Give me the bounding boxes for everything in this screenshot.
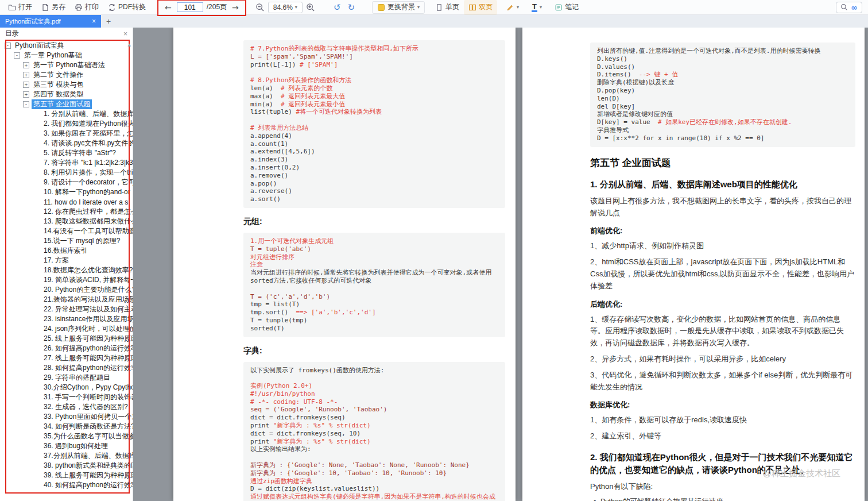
tab-close-icon[interactable]: × (92, 17, 96, 25)
toc-item[interactable]: 17. 方案 (0, 256, 133, 265)
tree-expander-icon[interactable] (33, 238, 40, 244)
tree-expander-icon[interactable] (33, 472, 40, 479)
toc-item[interactable]: 32. 生成器，迭代器的区别? (0, 402, 133, 412)
tree-expander-icon[interactable] (33, 111, 40, 117)
document-tab[interactable]: Python面试宝典.pdf × (0, 15, 101, 28)
toc-item[interactable]: 15.说一下 mysql 的原理? (0, 236, 133, 246)
tree-expander-icon[interactable] (33, 394, 40, 400)
tree-expander-icon[interactable] (33, 209, 40, 215)
toc-item[interactable]: 36. 遇到bug如何处理 (0, 441, 133, 451)
tree-expander-icon[interactable] (33, 179, 40, 186)
tree-expander-icon[interactable] (33, 189, 40, 195)
document-viewport[interactable]: # 7.Python的列表的截取与字符串操作类型相同,如下所示L = ['spa… (133, 28, 868, 501)
toc-item[interactable]: - Python面试宝典 (0, 41, 133, 51)
tree-expander-icon[interactable] (33, 433, 40, 440)
tree-expander-icon[interactable]: - (14, 52, 20, 59)
tree-expander-icon[interactable] (33, 277, 40, 283)
previous-page-button[interactable]: ← (163, 3, 173, 12)
zoom-level-dropdown[interactable]: 84.6% ▾ (268, 2, 303, 13)
toc-item[interactable]: 21.装饰器的写法以及应用场景 (0, 295, 133, 305)
tree-expander-icon[interactable] (33, 316, 40, 322)
notes-button[interactable]: 笔记 (550, 0, 583, 15)
tree-expander-icon[interactable] (33, 287, 40, 293)
toc-item[interactable]: 38. python新式类和经典类的区 (0, 461, 133, 471)
toc-item[interactable]: 5. 请反转字符串 "aStr"? (0, 148, 133, 158)
redo-button[interactable]: ↻ (344, 2, 358, 13)
tree-expander-icon[interactable]: - (23, 101, 29, 107)
toc-item[interactable]: 30.介绍Cython，Pypy Cpython (0, 383, 133, 392)
toc-item[interactable]: 26. 如何提高python的运行效率 (0, 344, 133, 353)
tree-expander-icon[interactable] (33, 248, 40, 254)
toc-item[interactable]: 25. 线上服务可能因为种种原因 (0, 334, 133, 344)
tree-expander-icon[interactable] (33, 365, 40, 371)
toc-item[interactable]: 19. 简单谈谈ACID, 并解释每一 (0, 275, 133, 285)
tree-expander-icon[interactable] (33, 404, 40, 410)
toc-item[interactable]: 8. 利用切片操作，实现一个trim (0, 168, 133, 178)
search-icon[interactable] (840, 3, 848, 11)
open-button[interactable]: 打开 (3, 0, 37, 15)
toc-item[interactable]: 35.为什么函数名字可以当做参 (0, 431, 133, 441)
toc-item[interactable]: 18.数据库怎么优化查询效率? (0, 265, 133, 275)
toc-item[interactable]: 2. 我们都知道现在Python很火 (0, 119, 133, 129)
double-page-button[interactable]: 双页 (464, 0, 497, 15)
toc-item[interactable]: 34. 如何判断是函数还是方法? (0, 422, 133, 431)
toc-item[interactable]: 11. how do I iterate over a s (0, 197, 133, 207)
toc-item[interactable]: 28. 如何提高python的运行效率 (0, 363, 133, 373)
single-page-button[interactable]: 单页 (431, 0, 464, 15)
sidebar-close-icon[interactable]: × (123, 30, 127, 38)
pdf-convert-button[interactable]: PDF转换 (103, 0, 150, 15)
toc-item[interactable]: 9. 请设计一个decorator，它可 (0, 178, 133, 187)
zoom-in-icon[interactable] (306, 3, 315, 12)
text-tool-button[interactable]: T ▾ (527, 0, 547, 15)
tree-expander-icon[interactable] (33, 121, 40, 127)
toc-item[interactable]: + 第二节 文件操作 (0, 70, 133, 80)
toc-item[interactable]: 23. isinstance作用以及应用场 (0, 314, 133, 324)
tree-expander-icon[interactable] (33, 443, 40, 449)
tree-expander-icon[interactable] (33, 482, 40, 488)
tree-expander-icon[interactable] (33, 336, 40, 342)
tree-expander-icon[interactable] (33, 423, 40, 430)
tree-expander-icon[interactable] (33, 345, 40, 352)
save-as-button[interactable]: 另存 (37, 0, 70, 15)
tree-expander-icon[interactable]: - (5, 43, 11, 49)
tree-expander-icon[interactable] (33, 384, 40, 391)
tree-expander-icon[interactable] (33, 218, 40, 225)
toc-item[interactable]: 31. 手写一个判断时间的装饰器 (0, 392, 133, 402)
tree-expander-icon[interactable]: + (23, 82, 29, 88)
toc-item[interactable]: 37.分别从前端、后端、数据库 (0, 451, 133, 461)
tree-expander-icon[interactable]: + (23, 72, 29, 78)
tree-expander-icon[interactable] (33, 306, 40, 313)
tree-expander-icon[interactable]: + (23, 91, 29, 98)
toc-item[interactable]: 24. json序列化时，可以处理的 (0, 324, 133, 334)
tree-expander-icon[interactable] (33, 160, 40, 166)
toc-item[interactable]: - 第一章 Python基础 (0, 51, 133, 60)
toc-item[interactable]: 14.有没有一个工具可以帮助查 (0, 226, 133, 236)
tree-expander-icon[interactable]: + (23, 62, 29, 68)
toc-item[interactable]: 12. 你在爬虫过程中，都是怎么 (0, 207, 133, 217)
tree-expander-icon[interactable] (33, 150, 40, 156)
toc-item[interactable]: 13. 爬取这些数据都用来做什么 (0, 217, 133, 226)
toc-item[interactable]: + 第一节 Python基础语法 (0, 60, 133, 70)
tree-expander-icon[interactable] (33, 326, 40, 332)
tree-expander-icon[interactable] (33, 199, 40, 205)
tree-expander-icon[interactable] (33, 375, 40, 381)
toc-item[interactable]: 29. 字符串的搭配题目 (0, 373, 133, 383)
tree-expander-icon[interactable] (33, 228, 40, 234)
toc-item[interactable]: 10. 解释一下python的and-or (0, 187, 133, 197)
next-page-button[interactable]: → (230, 3, 241, 12)
tree-expander-icon[interactable] (33, 169, 40, 176)
tree-expander-icon[interactable] (33, 257, 40, 264)
toc-item[interactable]: 7. 将字符串 "k:1 |k1:2|k2:3|k3 (0, 158, 133, 168)
toc-item[interactable]: 33. Python里面如何拷贝一个对 (0, 412, 133, 422)
toc-item[interactable]: 22. 异常处理写法以及如何主动 (0, 305, 133, 314)
toc-item[interactable]: 20. Python的主要功能是什么? (0, 285, 133, 295)
page-number-input[interactable] (177, 2, 203, 12)
zoom-out-icon[interactable] (255, 3, 265, 12)
toc-item[interactable]: 3. 如果你困在了死循环里，怎么 (0, 129, 133, 138)
toc-item[interactable]: 40. 如何提高python的运行效率 (0, 480, 133, 490)
scrollbar-up-icon[interactable]: ▲ (128, 43, 131, 47)
tree-expander-icon[interactable] (33, 267, 40, 273)
tree-expander-icon[interactable] (33, 296, 40, 303)
change-background-button[interactable]: 更换背景 ▾ (372, 1, 425, 14)
highlighter-button[interactable]: ▾ (502, 0, 524, 15)
